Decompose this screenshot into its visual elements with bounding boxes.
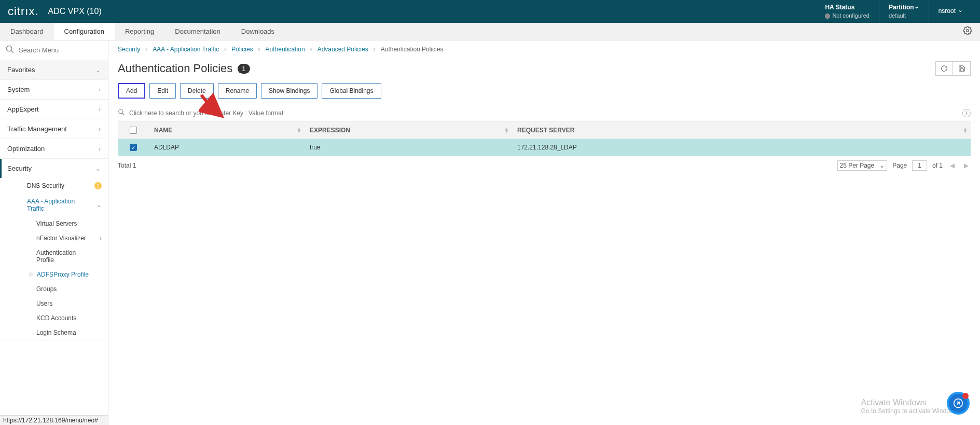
sidebar-login-schema[interactable]: Login Schema — [26, 325, 108, 340]
page-title: Authentication Policies — [118, 62, 232, 75]
chevron-right-icon: › — [99, 145, 101, 153]
delete-button[interactable]: Delete — [180, 83, 214, 99]
bc-adv[interactable]: Advanced Policies — [318, 46, 368, 53]
sort-icon: ▲▼ — [504, 128, 509, 133]
sidebar-groups[interactable]: Groups — [26, 282, 108, 296]
chevron-down-icon: ⌄ — [95, 165, 101, 172]
info-icon[interactable]: i — [962, 109, 971, 117]
sidebar-item-optimization[interactable]: Optimization› — [0, 139, 108, 158]
partition-label: Partition — [889, 4, 919, 12]
brand-logo: citrıx. — [8, 5, 48, 18]
bc-auth[interactable]: Authentication — [266, 46, 305, 53]
watermark-title: Activate Windows — [861, 398, 959, 407]
sidebar-dns-security[interactable]: DNS Security ! — [17, 178, 108, 194]
chevron-right-icon: › — [99, 126, 101, 133]
filter-input[interactable] — [129, 109, 962, 117]
pager: 25 Per Page ⌄ Page 1 of 1 ◀ ▶ — [837, 160, 971, 171]
svg-line-2 — [11, 50, 13, 53]
sidebar-search[interactable] — [0, 40, 108, 60]
sidebar-search-input[interactable] — [19, 46, 103, 54]
app-title: ADC VPX (10) — [48, 7, 102, 16]
status-url: https://172.21.128.169/menu/neo# — [0, 415, 108, 425]
sidebar-nfactor[interactable]: nFactor Visualizer› — [26, 231, 108, 245]
col-label: NAME — [154, 127, 172, 134]
bc-aaa[interactable]: AAA - Application Traffic — [153, 46, 219, 53]
nav-reporting[interactable]: Reporting — [115, 23, 164, 40]
rename-button[interactable]: Rename — [218, 83, 257, 99]
page-label: Page — [892, 162, 907, 169]
sidebar: Favorites ⌄ System› AppExpert› Traffic M… — [0, 40, 108, 425]
sidebar-adfsproxy[interactable]: ☆ADFSProxy Profile — [26, 267, 108, 282]
chevron-right-icon: › — [258, 46, 260, 53]
nav-dashboard[interactable]: Dashboard — [0, 23, 54, 40]
refresh-button[interactable] — [935, 61, 953, 76]
page-number[interactable]: 1 — [912, 160, 927, 171]
col-name[interactable]: NAME▲▼ — [149, 122, 305, 139]
send-icon — [953, 398, 963, 408]
side-leaf-label: ADFSProxy Profile — [37, 271, 89, 278]
table-row[interactable]: ✓ ADLDAP true 172.21.128.28_LDAP — [118, 139, 971, 156]
svg-point-0 — [967, 30, 969, 32]
sidebar-auth-profile[interactable]: Authentication Profile — [26, 245, 108, 267]
side-leaf-label: KCD Accounts — [36, 314, 76, 322]
sort-icon: ▲▼ — [297, 128, 301, 133]
sort-icon: ▲▼ — [963, 128, 968, 133]
bc-policies[interactable]: Policies — [231, 46, 253, 53]
cell-request-server: 172.21.128.28_LDAP — [512, 139, 971, 156]
sidebar-item-label: AppExpert — [7, 105, 39, 113]
per-page-select[interactable]: 25 Per Page ⌄ — [837, 160, 888, 171]
next-page-button[interactable]: ▶ — [962, 162, 971, 169]
edit-button[interactable]: Edit — [149, 83, 176, 99]
chevron-right-icon: › — [224, 46, 226, 53]
nav-downloads[interactable]: Downloads — [231, 23, 285, 40]
col-request-server[interactable]: REQUEST SERVER▲▼ — [512, 122, 971, 139]
col-expression[interactable]: EXPRESSION▲▼ — [305, 122, 512, 139]
sidebar-item-label: System — [7, 86, 30, 93]
nav-documentation[interactable]: Documentation — [164, 23, 230, 40]
add-button[interactable]: Add — [118, 83, 145, 99]
sidebar-aaa-traffic[interactable]: AAA - Application Traffic ⌄ — [17, 194, 108, 216]
select-all-header[interactable] — [118, 122, 149, 139]
sidebar-item-system[interactable]: System› — [0, 80, 108, 99]
ha-status-section: HA Status Not configured — [816, 4, 879, 19]
data-table: NAME▲▼ EXPRESSION▲▼ REQUEST SERVER▲▼ ✓ A… — [118, 122, 971, 156]
svg-point-4 — [119, 109, 123, 114]
search-icon — [5, 45, 15, 56]
windows-activation-watermark: Activate Windows Go to Settings to activ… — [861, 398, 959, 415]
sidebar-users[interactable]: Users — [26, 296, 108, 311]
row-checkbox[interactable]: ✓ — [130, 144, 137, 151]
sidebar-virtual-servers[interactable]: Virtual Servers — [26, 216, 108, 231]
nav-configuration[interactable]: Configuration — [54, 23, 115, 40]
chevron-down-icon: ⌄ — [96, 201, 102, 209]
table-header: NAME▲▼ EXPRESSION▲▼ REQUEST SERVER▲▼ — [118, 122, 971, 139]
sidebar-item-label: Optimization — [7, 145, 45, 153]
cell-expression: true — [305, 139, 512, 156]
ha-status-label: HA Status — [825, 4, 869, 12]
sidebar-item-security[interactable]: Security ⌄ — [0, 159, 108, 178]
bc-security[interactable]: Security — [118, 46, 140, 53]
help-fab-button[interactable] — [947, 392, 970, 415]
prev-page-button[interactable]: ◀ — [948, 162, 957, 169]
partition-dropdown[interactable]: Partition default — [879, 4, 929, 19]
sidebar-subitem-label: AAA - Application Traffic — [27, 198, 89, 212]
user-dropdown[interactable]: nsroot — [929, 7, 972, 16]
checkbox-icon[interactable] — [130, 127, 137, 134]
save-button[interactable] — [953, 61, 971, 76]
side-leaf-label: Users — [36, 300, 52, 307]
sidebar-item-appexpert[interactable]: AppExpert› — [0, 100, 108, 119]
chevron-right-icon: › — [99, 86, 101, 93]
bc-current: Authentication Policies — [381, 46, 444, 53]
global-bindings-button[interactable]: Global Bindings — [322, 83, 381, 99]
sidebar-favorites-label: Favorites — [7, 66, 35, 74]
gear-icon[interactable] — [963, 26, 972, 37]
chevron-down-icon: ⌄ — [95, 66, 101, 74]
show-bindings-button[interactable]: Show Bindings — [261, 83, 318, 99]
sidebar-favorites[interactable]: Favorites ⌄ — [0, 60, 108, 79]
col-label: REQUEST SERVER — [517, 127, 574, 134]
sidebar-item-traffic[interactable]: Traffic Management› — [0, 119, 108, 139]
table-footer: Total 1 25 Per Page ⌄ Page 1 of 1 ◀ ▶ — [118, 156, 971, 175]
filter-bar: i — [118, 104, 971, 122]
chevron-right-icon: › — [374, 46, 376, 53]
sidebar-kcd[interactable]: KCD Accounts — [26, 311, 108, 325]
star-icon: ☆ — [28, 271, 34, 278]
